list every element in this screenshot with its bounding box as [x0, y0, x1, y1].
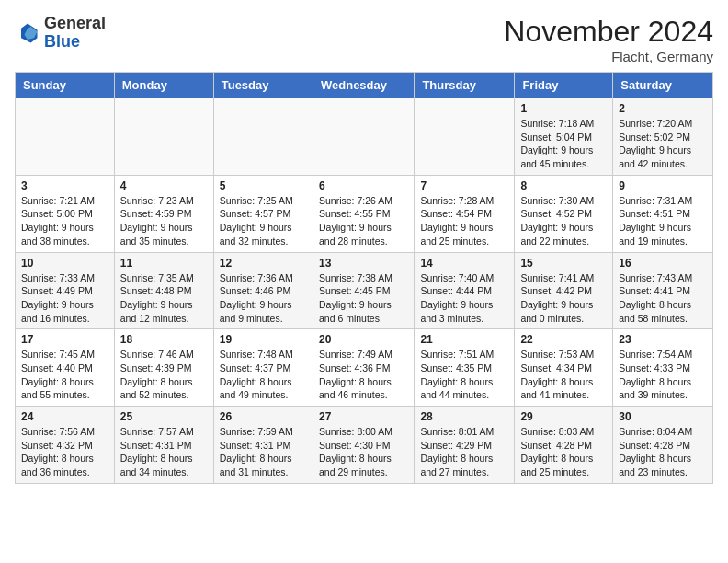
calendar-cell: 4Sunrise: 7:23 AM Sunset: 4:59 PM Daylig… [114, 175, 213, 252]
calendar-cell: 16Sunrise: 7:43 AM Sunset: 4:41 PM Dayli… [613, 252, 713, 329]
calendar-cell: 24Sunrise: 7:56 AM Sunset: 4:32 PM Dayli… [16, 407, 115, 484]
calendar-cell: 25Sunrise: 7:57 AM Sunset: 4:31 PM Dayli… [114, 407, 213, 484]
day-number: 9 [619, 179, 707, 192]
day-number: 4 [120, 179, 208, 192]
weekday-header: Saturday [613, 73, 713, 98]
weekday-header: Tuesday [213, 73, 313, 98]
calendar-cell: 21Sunrise: 7:51 AM Sunset: 4:35 PM Dayli… [415, 329, 515, 407]
day-number: 26 [220, 410, 307, 423]
day-number: 12 [220, 257, 307, 270]
calendar-cell: 17Sunrise: 7:45 AM Sunset: 4:40 PM Dayli… [16, 329, 115, 407]
day-number: 30 [619, 410, 707, 423]
day-info: Sunrise: 8:03 AM Sunset: 4:28 PM Dayligh… [520, 425, 607, 479]
day-number: 28 [420, 410, 508, 423]
calendar-table: SundayMondayTuesdayWednesdayThursdayFrid… [15, 72, 713, 484]
day-number: 14 [420, 257, 508, 270]
day-info: Sunrise: 7:36 AM Sunset: 4:46 PM Dayligh… [220, 271, 307, 326]
calendar-week-row: 17Sunrise: 7:45 AM Sunset: 4:40 PM Dayli… [16, 329, 713, 407]
weekday-header: Friday [515, 73, 613, 98]
day-info: Sunrise: 7:56 AM Sunset: 4:32 PM Dayligh… [21, 425, 108, 479]
calendar-cell: 15Sunrise: 7:41 AM Sunset: 4:42 PM Dayli… [515, 252, 613, 329]
calendar-cell: 3Sunrise: 7:21 AM Sunset: 5:00 PM Daylig… [16, 175, 115, 252]
day-info: Sunrise: 7:28 AM Sunset: 4:54 PM Dayligh… [420, 194, 508, 248]
calendar-cell: 28Sunrise: 8:01 AM Sunset: 4:29 PM Dayli… [415, 407, 515, 484]
day-info: Sunrise: 7:18 AM Sunset: 5:04 PM Dayligh… [520, 117, 607, 171]
logo-icon [15, 20, 40, 46]
calendar-cell: 7Sunrise: 7:28 AM Sunset: 4:54 PM Daylig… [415, 175, 515, 252]
calendar-cell: 19Sunrise: 7:48 AM Sunset: 4:37 PM Dayli… [213, 329, 313, 407]
day-info: Sunrise: 7:35 AM Sunset: 4:48 PM Dayligh… [120, 271, 208, 326]
calendar-cell: 10Sunrise: 7:33 AM Sunset: 4:49 PM Dayli… [16, 252, 115, 329]
day-number: 17 [21, 333, 108, 346]
calendar-cell [213, 98, 313, 176]
calendar-cell: 12Sunrise: 7:36 AM Sunset: 4:46 PM Dayli… [213, 252, 313, 329]
day-info: Sunrise: 7:41 AM Sunset: 4:42 PM Dayligh… [520, 271, 607, 326]
day-info: Sunrise: 7:26 AM Sunset: 4:55 PM Dayligh… [319, 194, 408, 248]
day-info: Sunrise: 7:38 AM Sunset: 4:45 PM Dayligh… [319, 271, 408, 326]
weekday-header: Thursday [415, 73, 515, 98]
calendar-cell: 29Sunrise: 8:03 AM Sunset: 4:28 PM Dayli… [515, 407, 613, 484]
calendar-week-row: 3Sunrise: 7:21 AM Sunset: 5:00 PM Daylig… [16, 175, 713, 252]
calendar-week-row: 24Sunrise: 7:56 AM Sunset: 4:32 PM Dayli… [16, 407, 713, 484]
day-info: Sunrise: 7:23 AM Sunset: 4:59 PM Dayligh… [120, 194, 208, 248]
calendar-week-row: 10Sunrise: 7:33 AM Sunset: 4:49 PM Dayli… [16, 252, 713, 329]
day-info: Sunrise: 7:45 AM Sunset: 4:40 PM Dayligh… [21, 348, 108, 402]
day-info: Sunrise: 7:49 AM Sunset: 4:36 PM Dayligh… [319, 348, 408, 402]
calendar-cell: 9Sunrise: 7:31 AM Sunset: 4:51 PM Daylig… [613, 175, 713, 252]
day-number: 6 [319, 179, 408, 192]
day-number: 1 [520, 102, 607, 115]
day-info: Sunrise: 7:59 AM Sunset: 4:31 PM Dayligh… [220, 425, 307, 479]
title-block: November 2024 Flacht, Germany [504, 15, 713, 64]
day-number: 10 [21, 257, 108, 270]
day-number: 18 [120, 333, 208, 346]
day-info: Sunrise: 7:20 AM Sunset: 5:02 PM Dayligh… [619, 117, 707, 171]
calendar-cell: 6Sunrise: 7:26 AM Sunset: 4:55 PM Daylig… [313, 175, 414, 252]
calendar-cell: 26Sunrise: 7:59 AM Sunset: 4:31 PM Dayli… [213, 407, 313, 484]
calendar-cell [313, 98, 414, 176]
logo-general: General [44, 14, 106, 32]
day-number: 8 [520, 179, 607, 192]
calendar-cell: 14Sunrise: 7:40 AM Sunset: 4:44 PM Dayli… [415, 252, 515, 329]
calendar-cell: 13Sunrise: 7:38 AM Sunset: 4:45 PM Dayli… [313, 252, 414, 329]
day-number: 22 [520, 333, 607, 346]
day-info: Sunrise: 7:46 AM Sunset: 4:39 PM Dayligh… [120, 348, 208, 402]
calendar-cell: 5Sunrise: 7:25 AM Sunset: 4:57 PM Daylig… [213, 175, 313, 252]
day-info: Sunrise: 7:31 AM Sunset: 4:51 PM Dayligh… [619, 194, 707, 248]
calendar-cell: 2Sunrise: 7:20 AM Sunset: 5:02 PM Daylig… [613, 98, 713, 176]
day-info: Sunrise: 7:30 AM Sunset: 4:52 PM Dayligh… [520, 194, 607, 248]
logo: General Blue [15, 15, 106, 52]
day-number: 29 [520, 410, 607, 423]
logo-blue: Blue [44, 32, 80, 51]
day-number: 2 [619, 102, 707, 115]
calendar-week-row: 1Sunrise: 7:18 AM Sunset: 5:04 PM Daylig… [16, 98, 713, 176]
weekday-header-row: SundayMondayTuesdayWednesdayThursdayFrid… [16, 73, 713, 98]
weekday-header: Wednesday [313, 73, 414, 98]
calendar-cell [415, 98, 515, 176]
month-title: November 2024 [504, 15, 713, 49]
day-info: Sunrise: 7:43 AM Sunset: 4:41 PM Dayligh… [619, 271, 707, 326]
calendar-cell: 27Sunrise: 8:00 AM Sunset: 4:30 PM Dayli… [313, 407, 414, 484]
day-number: 20 [319, 333, 408, 346]
day-number: 21 [420, 333, 508, 346]
day-info: Sunrise: 7:25 AM Sunset: 4:57 PM Dayligh… [220, 194, 307, 248]
day-info: Sunrise: 7:51 AM Sunset: 4:35 PM Dayligh… [420, 348, 508, 402]
day-number: 7 [420, 179, 508, 192]
calendar-cell: 11Sunrise: 7:35 AM Sunset: 4:48 PM Dayli… [114, 252, 213, 329]
calendar-cell: 18Sunrise: 7:46 AM Sunset: 4:39 PM Dayli… [114, 329, 213, 407]
day-number: 3 [21, 179, 108, 192]
day-number: 25 [120, 410, 208, 423]
day-number: 24 [21, 410, 108, 423]
calendar-cell [114, 98, 213, 176]
day-info: Sunrise: 7:57 AM Sunset: 4:31 PM Dayligh… [120, 425, 208, 479]
weekday-header: Monday [114, 73, 213, 98]
day-number: 27 [319, 410, 408, 423]
calendar-cell: 30Sunrise: 8:04 AM Sunset: 4:28 PM Dayli… [613, 407, 713, 484]
day-info: Sunrise: 7:21 AM Sunset: 5:00 PM Dayligh… [21, 194, 108, 248]
day-number: 15 [520, 257, 607, 270]
day-info: Sunrise: 7:53 AM Sunset: 4:34 PM Dayligh… [520, 348, 607, 402]
calendar-cell [16, 98, 115, 176]
day-number: 13 [319, 257, 408, 270]
day-number: 5 [220, 179, 307, 192]
calendar-cell: 22Sunrise: 7:53 AM Sunset: 4:34 PM Dayli… [515, 329, 613, 407]
day-info: Sunrise: 7:48 AM Sunset: 4:37 PM Dayligh… [220, 348, 307, 402]
